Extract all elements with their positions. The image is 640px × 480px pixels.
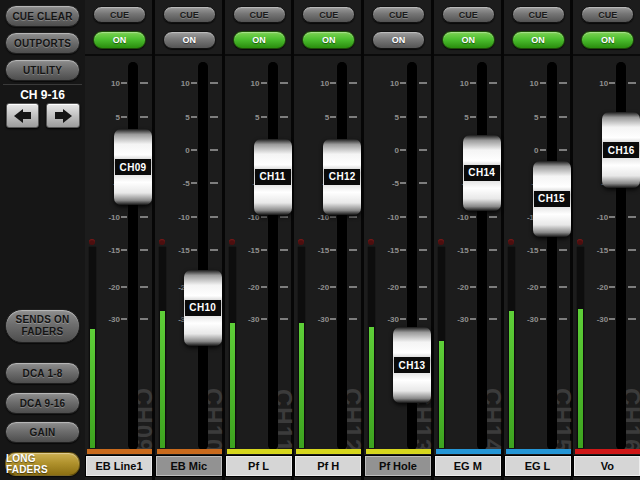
fader-track[interactable]	[477, 62, 487, 450]
channel-name[interactable]: EG L	[505, 456, 571, 476]
fader-tick-left	[121, 216, 127, 218]
on-button[interactable]: ON	[163, 31, 216, 49]
channel-name[interactable]: EG M	[435, 456, 501, 476]
fader-cap-label: CH15	[534, 191, 570, 207]
fader-scale-label: 0	[372, 146, 399, 155]
fader-scale-label: -20	[372, 283, 399, 292]
fader-cap[interactable]: CH10	[184, 270, 222, 346]
fader-tick-right	[419, 116, 427, 118]
bank-prev-button[interactable]	[6, 103, 39, 128]
outports-button[interactable]: OUTPORTS	[5, 32, 80, 54]
clip-indicator	[577, 239, 583, 245]
channel-strip: CUEONCH111050-5-10-15-20-30CH11Pf L	[225, 0, 295, 480]
fader-cap[interactable]: CH16	[602, 112, 640, 188]
channel-name[interactable]: EB Mic	[156, 456, 222, 476]
strip-divider	[85, 54, 152, 56]
fader-cap[interactable]: CH14	[463, 135, 501, 211]
fader-tick-right	[140, 216, 148, 218]
fader-cap-label: CH12	[324, 169, 360, 185]
channel-name[interactable]: EB Line1	[86, 456, 152, 476]
fader-scale-label: 10	[163, 78, 190, 87]
fader-tick-right	[349, 216, 357, 218]
level-meter-fill	[439, 341, 444, 448]
fader-track[interactable]	[547, 62, 557, 450]
cue-button[interactable]: CUE	[442, 6, 495, 23]
cue-button[interactable]: CUE	[302, 6, 355, 23]
channel-name[interactable]: Vo	[574, 456, 640, 476]
cue-button[interactable]: CUE	[163, 6, 216, 23]
fader-scale-label: -20	[442, 283, 469, 292]
channel-strip: CUEONCH131050-5-10-15-20-30CH13Pf Hole	[364, 0, 434, 480]
level-meter-fill	[160, 311, 165, 448]
fader-tick-right	[280, 82, 288, 84]
fader-track[interactable]	[337, 62, 347, 450]
long-faders-button[interactable]: LONG FADERS	[5, 452, 80, 476]
fader-cap[interactable]: CH09	[114, 129, 152, 205]
fader-scale-label: -20	[233, 283, 260, 292]
fader-scale-label: -5	[163, 179, 190, 188]
fader-tick-right	[559, 116, 567, 118]
fader-track[interactable]	[198, 62, 208, 450]
fader-cap[interactable]: CH15	[533, 161, 571, 237]
fader-scale-label: -30	[233, 314, 260, 323]
sends-on-faders-button[interactable]: SENDS ON FADERS	[5, 309, 80, 343]
fader-tick-left	[400, 149, 406, 151]
on-button[interactable]: ON	[93, 31, 146, 49]
fader-tick-right	[628, 249, 636, 251]
fader-tick-right	[489, 216, 497, 218]
clip-indicator	[438, 239, 444, 245]
fader-scale-label: 10	[512, 78, 539, 87]
fader-tick-left	[261, 286, 267, 288]
cue-button[interactable]: CUE	[581, 6, 634, 23]
on-button[interactable]: ON	[302, 31, 355, 49]
dca-1-8-button[interactable]: DCA 1-8	[5, 362, 80, 384]
clip-indicator	[159, 239, 165, 245]
on-button[interactable]: ON	[233, 31, 286, 49]
fader-scale-label: -30	[372, 314, 399, 323]
clip-indicator	[368, 239, 374, 245]
fader-scale-label: -15	[581, 246, 608, 255]
fader-tick-right	[349, 286, 357, 288]
utility-button[interactable]: UTILITY	[5, 59, 80, 81]
fader-tick-left	[470, 286, 476, 288]
fader-tick-right	[140, 82, 148, 84]
on-button[interactable]: ON	[372, 31, 425, 49]
gain-button[interactable]: GAIN	[5, 421, 80, 443]
fader-track[interactable]	[128, 62, 138, 450]
cue-button[interactable]: CUE	[93, 6, 146, 23]
fader-cap[interactable]: CH11	[254, 139, 292, 215]
cue-button[interactable]: CUE	[512, 6, 565, 23]
dca-9-16-button[interactable]: DCA 9-16	[5, 392, 80, 414]
level-meter-fill	[230, 323, 235, 448]
fader-scale-label: -15	[93, 246, 120, 255]
strip-divider	[434, 54, 501, 56]
fader-tick-right	[210, 116, 218, 118]
strip-divider	[364, 54, 431, 56]
fader-cap[interactable]: CH12	[323, 139, 361, 215]
sidebar-divider	[3, 84, 82, 85]
cue-button[interactable]: CUE	[372, 6, 425, 23]
channel-name[interactable]: Pf H	[295, 456, 361, 476]
on-button[interactable]: ON	[581, 31, 634, 49]
cue-clear-button[interactable]: CUE CLEAR	[5, 5, 80, 27]
cue-button[interactable]: CUE	[233, 6, 286, 23]
on-button[interactable]: ON	[512, 31, 565, 49]
fader-cap[interactable]: CH13	[393, 327, 431, 403]
fader-tick-left	[540, 116, 546, 118]
on-button[interactable]: ON	[442, 31, 495, 49]
fader-tick-left	[330, 216, 336, 218]
fader-tick-left	[540, 82, 546, 84]
fader-tick-left	[121, 249, 127, 251]
channel-name[interactable]: Pf L	[226, 456, 292, 476]
fader-cap-label: CH14	[464, 165, 500, 181]
fader-cap-label: CH10	[185, 300, 221, 316]
fader-tick-left	[400, 182, 406, 184]
fader-tick-left	[261, 82, 267, 84]
channel-name[interactable]: Pf Hole	[365, 456, 431, 476]
clip-indicator	[298, 239, 304, 245]
fader-scale-label: -10	[233, 212, 260, 221]
bank-next-button[interactable]	[46, 103, 80, 128]
fader-tick-right	[489, 116, 497, 118]
fader-track[interactable]	[268, 62, 278, 450]
fader-scale-label: -10	[372, 212, 399, 221]
